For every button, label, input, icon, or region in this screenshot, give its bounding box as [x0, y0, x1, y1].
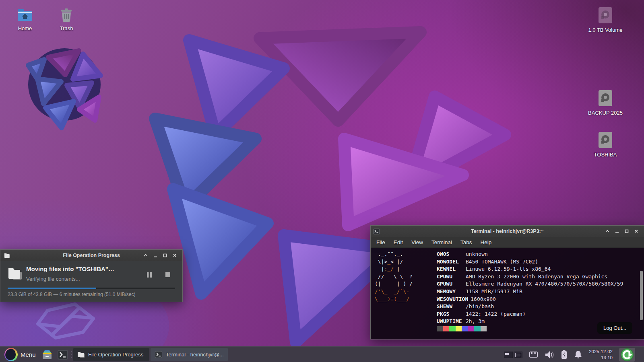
volume-icon[interactable]	[545, 350, 554, 359]
home-folder-icon	[17, 8, 33, 22]
minimize-button[interactable]	[613, 228, 621, 235]
menu-edit[interactable]: Edit	[394, 239, 403, 245]
progress-fill	[8, 288, 96, 289]
desktop-icon-trash[interactable]: Trash	[44, 8, 89, 31]
icon-label: 1.0 TB Volume	[588, 27, 622, 33]
progress-bar	[8, 288, 175, 289]
desktop-icon-home[interactable]: Home	[3, 8, 47, 31]
task-label: Terminal - heinrichjvr@...	[166, 352, 224, 358]
workspace-pager[interactable]	[504, 352, 522, 358]
drive-icon	[599, 132, 612, 148]
menu-file[interactable]: File	[376, 239, 385, 245]
window-title: Terminal - heinrichjvr@R3P3:~	[371, 228, 644, 234]
workspace-1[interactable]	[504, 352, 513, 358]
applications-menu-button[interactable]: Menu	[1, 347, 39, 362]
maximize-button[interactable]	[161, 252, 169, 259]
operation-heading: Moving files into "TOSHIBA"…	[26, 265, 114, 272]
distro-bird-icon	[4, 348, 18, 361]
terminal-launcher[interactable]	[56, 348, 69, 361]
logout-button[interactable]	[619, 348, 635, 362]
maximize-button[interactable]	[623, 228, 630, 235]
fop-titlebar[interactable]: File Operation Progress	[0, 250, 182, 261]
fetch-row: /'\_ _/`\-MEMOWY1158 MiB/15917 MiB	[375, 288, 644, 296]
file-cabinet-icon	[41, 349, 53, 360]
drive-icon	[599, 7, 612, 23]
fetch-row: \|>_< |/MOWODELB450 TOMAHAWK (MS-7C02)	[375, 258, 644, 266]
palette-swatch	[456, 326, 462, 331]
system-tray: 2025-12-02 13:10	[504, 347, 644, 362]
clock-date: 2025-12-02	[589, 349, 613, 355]
file-manager-launcher[interactable]	[40, 348, 54, 361]
menu-terminal[interactable]: Terminal	[431, 239, 452, 245]
battery-charging-icon[interactable]	[561, 350, 568, 359]
palette-swatch	[481, 326, 487, 331]
terminal-menubar: File Edit View Terminal Tabs Help	[371, 237, 644, 248]
menu-label: Menu	[21, 351, 36, 358]
stop-icon	[165, 272, 171, 278]
terminal-icon	[373, 228, 380, 234]
icon-label: BACKUP 2025	[588, 110, 623, 116]
clock-time: 13:10	[589, 355, 613, 361]
fetch-row: (| | ) /GPUWUEllesmere Radenyan RX 470/4…	[375, 280, 644, 288]
fetch-row: \___)=(___/WESOWUTION1600x900	[375, 296, 644, 303]
logout-tooltip: Log Out...	[597, 322, 632, 334]
palette-swatch	[437, 326, 443, 331]
taskbar: Menu File Oper	[0, 346, 644, 362]
progress-status: 23.3 GiB of 43.8 GiB — 6 minutes remaini…	[8, 292, 135, 297]
desktop: Home Trash 1.0 TB Volume BACKUP 2025 TOS…	[0, 0, 644, 362]
palette-swatch	[462, 326, 468, 331]
shade-button[interactable]	[142, 252, 149, 259]
task-label: File Operation Progress	[88, 352, 143, 358]
copy-files-icon	[7, 266, 23, 282]
terminal-icon	[155, 351, 163, 358]
network-icon[interactable]	[529, 351, 538, 358]
fetch-row: // \ \ ?CPUWUAMD Ryzen 3 2200G with Rade…	[375, 273, 644, 281]
icon-label: Home	[18, 25, 32, 31]
logout-icon	[620, 348, 634, 362]
desktop-icon-toshiba[interactable]: TOSHIBA	[583, 132, 627, 158]
icon-label: Trash	[60, 25, 73, 31]
fetch-row: PKGS1422: 1422 (pacman)	[375, 311, 644, 318]
trash-icon	[60, 8, 73, 22]
copy-files-icon	[77, 351, 85, 358]
stop-button[interactable]	[162, 269, 173, 280]
desktop-icon-volume[interactable]: 1.0 TB Volume	[583, 7, 627, 33]
minimize-button[interactable]	[152, 252, 159, 259]
file-operation-progress-window: File Operation Progress Moving files int…	[0, 249, 183, 302]
pause-button[interactable]	[144, 269, 155, 280]
copy-files-icon	[4, 253, 10, 259]
palette-swatch	[449, 326, 456, 331]
operation-subtext: Verifying file contents...	[26, 276, 80, 282]
tasklist-handle[interactable]	[71, 351, 72, 358]
terminal-scrollbar[interactable]	[640, 271, 643, 320]
fetch-row: |:_/ |KEWNELLinuwu 6.12.59-1-lts x86_64	[375, 265, 644, 273]
notification-bell-icon[interactable]	[574, 350, 582, 359]
palette-swatch	[474, 326, 481, 331]
menu-view[interactable]: View	[411, 239, 423, 245]
shade-button[interactable]	[604, 228, 611, 235]
icon-label: TOSHIBA	[594, 152, 617, 158]
desktop-icon-backup-2025[interactable]: BACKUP 2025	[583, 90, 627, 116]
drive-icon	[599, 90, 612, 106]
palette-swatch	[468, 326, 475, 331]
pause-icon	[147, 272, 152, 278]
fetch-row: ._.¯¯._.OWOSunknown	[375, 251, 644, 258]
close-button[interactable]	[633, 228, 640, 235]
terminal-icon	[57, 350, 68, 360]
close-button[interactable]	[171, 252, 178, 259]
fetch-row: SHEWW/bin/bash	[375, 303, 644, 311]
clock[interactable]: 2025-12-02 13:10	[589, 349, 613, 361]
task-terminal[interactable]: Terminal - heinrichjvr@...	[151, 348, 228, 361]
menu-help[interactable]: Help	[481, 239, 492, 245]
workspace-2[interactable]	[514, 352, 522, 358]
palette-swatch	[443, 326, 450, 331]
menu-tabs[interactable]: Tabs	[460, 239, 472, 245]
task-file-operation-progress[interactable]: File Operation Progress	[73, 348, 149, 361]
terminal-titlebar[interactable]: Terminal - heinrichjvr@R3P3:~	[371, 226, 644, 237]
